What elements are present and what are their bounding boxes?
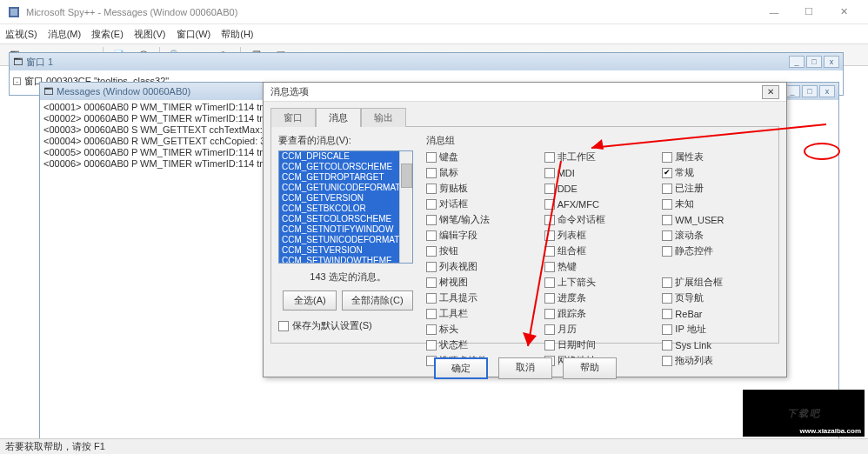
scrollbar-thumb[interactable]: [401, 164, 412, 188]
group-checkbox[interactable]: 静态控件: [662, 244, 771, 257]
group-checkbox[interactable]: 命令对话框: [544, 213, 654, 226]
group-checkbox[interactable]: 剪贴板: [426, 182, 536, 195]
checkbox-box: [278, 321, 289, 331]
checkbox-box: [544, 152, 555, 163]
dialog-titlebar[interactable]: 消息选项 ✕: [264, 83, 786, 102]
tree-expand-icon[interactable]: -: [13, 77, 21, 85]
checkbox-box: [426, 309, 437, 319]
checkbox-box: [662, 340, 672, 351]
group-checkbox[interactable]: 跟踪条: [544, 307, 654, 320]
list-item[interactable]: CCM_SETWINDOWTHEME: [279, 256, 412, 263]
list-item[interactable]: CCM_SETUNICODEFORMAT: [279, 235, 412, 245]
svg-rect-1: [10, 9, 17, 16]
group-checkbox[interactable]: 树视图: [426, 276, 536, 289]
app-icon: [7, 5, 21, 19]
win-close-icon[interactable]: x: [819, 85, 835, 97]
group-checkbox[interactable]: 属性表: [662, 150, 771, 164]
group-label: 列表框: [558, 229, 586, 242]
maximize-button[interactable]: ☐: [791, 3, 826, 22]
group-checkbox[interactable]: WM_USER: [662, 213, 771, 226]
group-checkbox[interactable]: 列表框: [544, 229, 654, 242]
list-item[interactable]: CCM_GETUNICODEFORMAT: [279, 183, 412, 193]
menu-messages[interactable]: 消息(M): [48, 28, 82, 41]
group-checkbox[interactable]: 状态栏: [426, 338, 536, 351]
list-item[interactable]: CCM_GETCOLORSCHEME: [279, 162, 412, 172]
menu-window[interactable]: 窗口(W): [177, 28, 211, 41]
tab-output[interactable]: 输出: [361, 108, 406, 127]
group-checkbox[interactable]: 未知: [662, 197, 771, 210]
dialog-close-button[interactable]: ✕: [762, 85, 779, 99]
group-checkbox[interactable]: 滚动条: [662, 229, 771, 242]
minimize-button[interactable]: —: [757, 3, 791, 22]
group-checkbox[interactable]: DDE: [544, 182, 654, 195]
group-checkbox[interactable]: 工具提示: [426, 291, 536, 304]
group-checkbox[interactable]: 钢笔/输入法: [426, 213, 536, 226]
group-label: ReBar: [675, 309, 702, 319]
menu-monitor[interactable]: 监视(S): [5, 28, 37, 41]
group-checkbox[interactable]: AFX/MFC: [544, 197, 654, 210]
group-label: IP 地址: [675, 323, 705, 336]
group-checkbox[interactable]: Sys Link: [662, 338, 771, 351]
ok-button[interactable]: 确定: [434, 357, 488, 379]
list-item[interactable]: CCM_DPISCALE: [279, 151, 412, 162]
group-checkbox[interactable]: 热键: [544, 260, 654, 273]
list-item[interactable]: CCM_GETDROPTARGET: [279, 172, 412, 183]
win-max-icon[interactable]: □: [806, 56, 822, 68]
group-checkbox[interactable]: ReBar: [662, 307, 771, 320]
group-label: 页导航: [675, 291, 704, 304]
group-checkbox[interactable]: 进度条: [544, 291, 654, 304]
left-column: 要查看的消息(V): CCM_DPISCALECCM_GETCOLORSCHEM…: [278, 134, 417, 336]
menu-view[interactable]: 视图(V): [134, 28, 166, 41]
group-checkbox[interactable]: 页导航: [662, 291, 771, 304]
group-checkbox[interactable]: 编辑字段: [426, 229, 536, 242]
group-checkbox[interactable]: 按钮: [426, 244, 536, 257]
group-checkbox[interactable]: IP 地址: [662, 323, 771, 336]
select-all-button[interactable]: 全选(A): [283, 290, 337, 310]
checkbox-box: [544, 246, 555, 257]
checkbox-box: [544, 324, 555, 335]
status-bar: 若要获取帮助，请按 F1: [0, 438, 868, 454]
group-checkbox[interactable]: 对话框: [426, 197, 536, 210]
close-button[interactable]: ✕: [826, 3, 861, 22]
tab-window[interactable]: 窗口: [270, 108, 316, 127]
group-checkbox[interactable]: 常规: [662, 166, 771, 179]
group-checkbox[interactable]: 列表视图: [426, 260, 536, 273]
group-checkbox[interactable]: 扩展组合框: [662, 276, 771, 289]
group-label: 非工作区: [558, 150, 596, 164]
group-checkbox[interactable]: 月历: [544, 323, 654, 336]
group-checkbox[interactable]: 拖动列表: [662, 354, 771, 367]
group-checkbox[interactable]: 键盘: [426, 150, 536, 164]
help-button[interactable]: 帮助: [563, 357, 617, 379]
list-item[interactable]: CCM_SETBKCOLOR: [279, 204, 412, 214]
list-item[interactable]: CCM_SETNOTIFYWINDOW: [279, 224, 412, 235]
list-item[interactable]: CCM_GETVERSION: [279, 193, 412, 204]
win-max-icon[interactable]: □: [802, 85, 818, 97]
tab-messages[interactable]: 消息: [316, 108, 361, 127]
menu-search[interactable]: 搜索(E): [91, 28, 124, 41]
group-checkbox[interactable]: 标头: [426, 323, 536, 336]
list-item[interactable]: CCM_SETVERSION: [279, 245, 412, 256]
window-tree-title[interactable]: 🗔 窗口 1 _□x: [10, 53, 843, 70]
list-item[interactable]: CCM_SETCOLORSCHEME: [279, 214, 412, 224]
messages-listbox[interactable]: CCM_DPISCALECCM_GETCOLORSCHEMECCM_GETDRO…: [278, 150, 413, 264]
save-default-checkbox[interactable]: 保存为默认设置(S): [278, 319, 417, 332]
win-min-icon[interactable]: _: [789, 56, 805, 68]
group-label: 未知: [675, 197, 694, 210]
checkbox-box: [426, 184, 437, 194]
group-checkbox[interactable]: 非工作区: [544, 150, 654, 164]
group-checkbox[interactable]: MDI: [544, 166, 654, 179]
win-close-icon[interactable]: x: [824, 56, 839, 68]
group-checkbox[interactable]: 鼠标: [426, 166, 536, 179]
group-checkbox[interactable]: 日期时间: [544, 338, 654, 351]
cancel-button[interactable]: 取消: [498, 357, 552, 379]
checkbox-box: [662, 168, 672, 178]
clear-all-button[interactable]: 全部清除(C): [342, 290, 412, 310]
group-checkbox[interactable]: 已注册: [662, 182, 771, 195]
group-checkbox[interactable]: 工具栏: [426, 307, 536, 320]
menu-help[interactable]: 帮助(H): [221, 28, 253, 41]
group-checkbox[interactable]: 组合框: [544, 244, 654, 257]
listbox-scrollbar[interactable]: [399, 151, 412, 263]
group-checkbox[interactable]: 上下箭头: [544, 276, 654, 289]
app-title: Microsoft Spy++ - Messages (Window 00060…: [26, 7, 757, 17]
checkbox-box: [662, 356, 672, 366]
